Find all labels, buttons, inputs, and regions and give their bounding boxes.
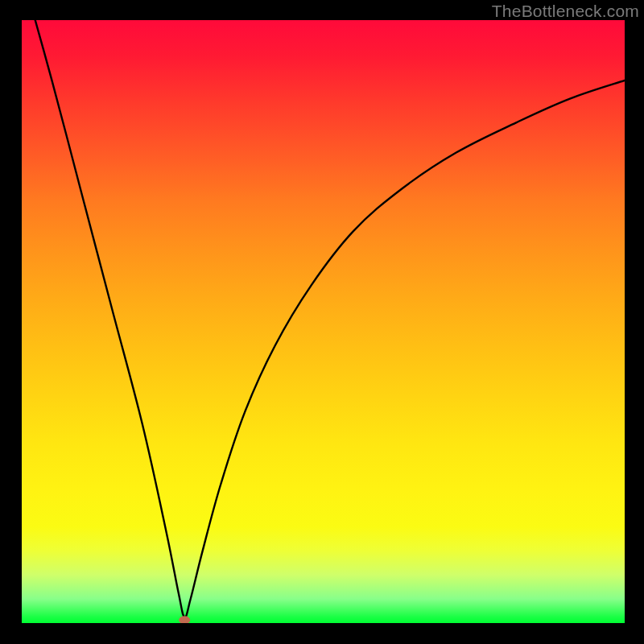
chart-frame: TheBottleneck.com xyxy=(0,0,644,644)
watermark-text: TheBottleneck.com xyxy=(492,2,639,21)
minimum-marker xyxy=(179,616,190,623)
plot-area xyxy=(22,20,625,623)
bottleneck-curve xyxy=(22,20,625,617)
curve-layer xyxy=(22,20,625,623)
